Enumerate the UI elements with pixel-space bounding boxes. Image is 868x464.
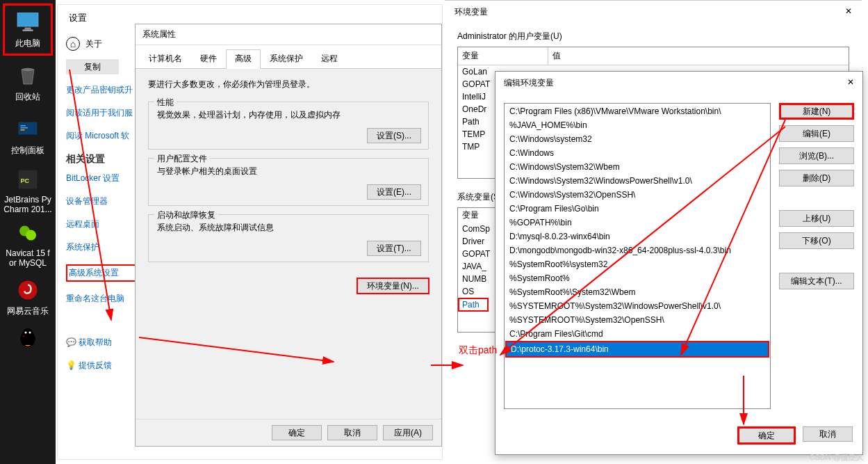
close-icon[interactable]: ✕ bbox=[847, 77, 854, 89]
close-icon[interactable]: ✕ bbox=[845, 6, 852, 18]
svg-point-3 bbox=[22, 68, 34, 72]
this-pc-icon[interactable]: 此电脑 bbox=[3, 3, 53, 56]
svg-point-11 bbox=[26, 230, 36, 240]
path-item[interactable]: C:\Program Files\Go\bin bbox=[505, 202, 769, 216]
recycle-bin-label: 回收站 bbox=[15, 91, 40, 103]
control-panel-icon[interactable]: 控制面板 bbox=[3, 111, 53, 163]
path-item[interactable]: D:\mysql-8.0.23-winx64\bin bbox=[505, 230, 769, 243]
move-down-button[interactable]: 下移(O) bbox=[779, 232, 854, 249]
profile-label: 用户配置文件 bbox=[154, 153, 210, 165]
profile-group: 用户配置文件 与登录帐户相关的桌面设置 设置(E)... bbox=[148, 158, 429, 206]
link-feedback[interactable]: 💡 提供反馈 bbox=[66, 360, 137, 371]
path-item[interactable]: %SystemRoot% bbox=[505, 271, 769, 285]
svg-rect-7 bbox=[21, 129, 25, 131]
admin-warning: 要进行大多数更改，你必须作为管理员登录。 bbox=[148, 79, 429, 90]
link-ms-soft[interactable]: 阅读 Microsoft 软 bbox=[66, 130, 137, 142]
home-icon[interactable]: ⌂ bbox=[66, 37, 80, 51]
link-advanced-system[interactable]: 高级系统设置 bbox=[66, 264, 137, 282]
path-item[interactable]: %JAVA_HOME%\bin bbox=[505, 118, 769, 132]
path-item[interactable]: %GOPATH%\bin bbox=[505, 216, 769, 230]
path-list[interactable]: C:\Program Files (x86)\VMware\VMware Wor… bbox=[504, 103, 771, 409]
svg-text:PC: PC bbox=[21, 177, 30, 184]
about-heading: ⌂ 关于 bbox=[66, 37, 137, 51]
svg-point-15 bbox=[25, 332, 27, 334]
startup-group: 启动和故障恢复 系统启动、系统故障和调试信息 设置(T)... bbox=[148, 214, 429, 262]
sysprop-tabs: 计算机名 硬件 高级 系统保护 远程 bbox=[136, 45, 441, 69]
path-item[interactable]: %SystemRoot%\System32\Wbem bbox=[505, 285, 769, 299]
trash-icon bbox=[15, 63, 40, 88]
navicat-icon[interactable]: Navicat 15 f or MySQL bbox=[3, 218, 53, 270]
link-terms[interactable]: 阅读适用于我们服 bbox=[66, 107, 137, 119]
link-device-mgr[interactable]: 设备管理器 bbox=[66, 195, 137, 207]
delete-button[interactable]: 删除(D) bbox=[779, 170, 854, 186]
control-panel-label: 控制面板 bbox=[11, 145, 44, 157]
profile-settings-button[interactable]: 设置(E)... bbox=[367, 184, 421, 200]
path-item[interactable]: C:\Windows\System32\OpenSSH\ bbox=[505, 188, 769, 202]
this-pc-label: 此电脑 bbox=[15, 38, 40, 49]
svg-point-14 bbox=[23, 328, 33, 339]
new-button[interactable]: 新建(N) bbox=[779, 103, 854, 120]
pycharm-label: JetBrains Py Charm 201... bbox=[3, 195, 51, 214]
desktop-sidebar: 此电脑 回收站 控制面板 PC JetBrains Py Charm 201..… bbox=[0, 0, 56, 464]
tab-computer-name[interactable]: 计算机名 bbox=[140, 49, 191, 68]
perf-settings-button[interactable]: 设置(S)... bbox=[367, 128, 421, 143]
navicat-app-icon bbox=[15, 221, 40, 246]
tab-advanced[interactable]: 高级 bbox=[226, 49, 261, 69]
related-heading: 相关设置 bbox=[66, 153, 137, 166]
path-item[interactable]: %SYSTEMROOT%\System32\OpenSSH\ bbox=[505, 313, 769, 327]
svg-point-12 bbox=[19, 281, 38, 300]
tab-remote[interactable]: 远程 bbox=[312, 49, 347, 68]
editenv-cancel-button[interactable]: 取消 bbox=[803, 426, 853, 442]
qq-app-icon bbox=[15, 324, 40, 349]
path-item[interactable]: C:\Windows\System32\Wbem bbox=[505, 160, 769, 174]
path-item[interactable]: C:\Program Files\Git\cmd bbox=[505, 327, 769, 341]
sys-var-path-row[interactable]: Path bbox=[458, 298, 489, 312]
path-item[interactable]: %SystemRoot%\system32 bbox=[505, 257, 769, 271]
sysprop-footer: 确定 取消 应用(A) bbox=[136, 419, 441, 446]
svg-rect-2 bbox=[23, 30, 33, 31]
link-rename-pc[interactable]: 重命名这台电脑 bbox=[66, 293, 137, 305]
startup-settings-button[interactable]: 设置(T)... bbox=[367, 241, 421, 256]
watermark: CSDN @慢泛人 bbox=[810, 452, 864, 463]
envwin-title: 环境变量 ✕ bbox=[445, 1, 862, 24]
link-bitlocker[interactable]: BitLocker 设置 bbox=[66, 173, 137, 184]
svg-rect-0 bbox=[17, 13, 38, 27]
sysprop-cancel-button[interactable]: 取消 bbox=[327, 425, 377, 440]
edit-text-button[interactable]: 编辑文本(T)... bbox=[779, 273, 854, 289]
link-get-help[interactable]: 💬 获取帮助 bbox=[66, 337, 137, 349]
path-item[interactable]: D:\protoc-3.17.3-win64\bin bbox=[505, 341, 769, 358]
path-item[interactable]: C:\Program Files (x86)\VMware\VMware Wor… bbox=[505, 104, 769, 118]
netease-music-icon[interactable]: 网易云音乐 bbox=[3, 271, 53, 323]
browse-button[interactable]: 浏览(B)... bbox=[779, 147, 854, 164]
svg-rect-1 bbox=[25, 28, 31, 30]
annotation-doubleclick: 双击path bbox=[459, 344, 497, 357]
link-system-protection[interactable]: 系统保护 bbox=[66, 241, 137, 253]
pycharm-icon[interactable]: PC JetBrains Py Charm 201... bbox=[3, 164, 53, 216]
sysprop-ok-button[interactable]: 确定 bbox=[272, 425, 322, 440]
tab-hardware[interactable]: 硬件 bbox=[191, 49, 226, 68]
tab-system-protection[interactable]: 系统保护 bbox=[261, 49, 312, 68]
move-up-button[interactable]: 上移(U) bbox=[779, 210, 854, 227]
profile-desc: 与登录帐户相关的桌面设置 bbox=[157, 166, 420, 177]
recycle-bin-icon[interactable]: 回收站 bbox=[3, 57, 53, 109]
performance-group: 性能 视觉效果，处理器计划，内存使用，以及虚拟内存 设置(S)... bbox=[148, 102, 429, 150]
copy-button[interactable]: 复制 bbox=[66, 59, 119, 74]
edit-button[interactable]: 编辑(E) bbox=[779, 125, 854, 142]
sysprop-apply-button[interactable]: 应用(A) bbox=[383, 425, 433, 440]
envvar-button[interactable]: 环境变量(N)... bbox=[357, 278, 429, 294]
monitor-icon bbox=[15, 10, 40, 35]
path-item[interactable]: C:\Windows\system32 bbox=[505, 132, 769, 146]
startup-label: 启动和故障恢复 bbox=[154, 209, 218, 221]
path-item[interactable]: D:\mongodb\mongodb-win32-x86_64-2008plus… bbox=[505, 243, 769, 257]
link-remote-desktop[interactable]: 远程桌面 bbox=[66, 218, 137, 230]
editenv-ok-button[interactable]: 确定 bbox=[737, 426, 796, 445]
editenv-title: 编辑环境变量 bbox=[504, 77, 554, 89]
path-item[interactable]: C:\Windows\System32\WindowsPowerShell\v1… bbox=[505, 174, 769, 188]
netease-label: 网易云音乐 bbox=[7, 305, 49, 317]
path-item[interactable]: C:\Windows bbox=[505, 146, 769, 160]
music-app-icon bbox=[15, 278, 40, 303]
path-item[interactable]: %SYSTEMROOT%\System32\WindowsPowerShell\… bbox=[505, 299, 769, 313]
qq-icon[interactable] bbox=[3, 325, 53, 351]
col-value: 值 bbox=[548, 47, 849, 65]
link-product-key[interactable]: 更改产品密钥或升 bbox=[66, 84, 137, 96]
